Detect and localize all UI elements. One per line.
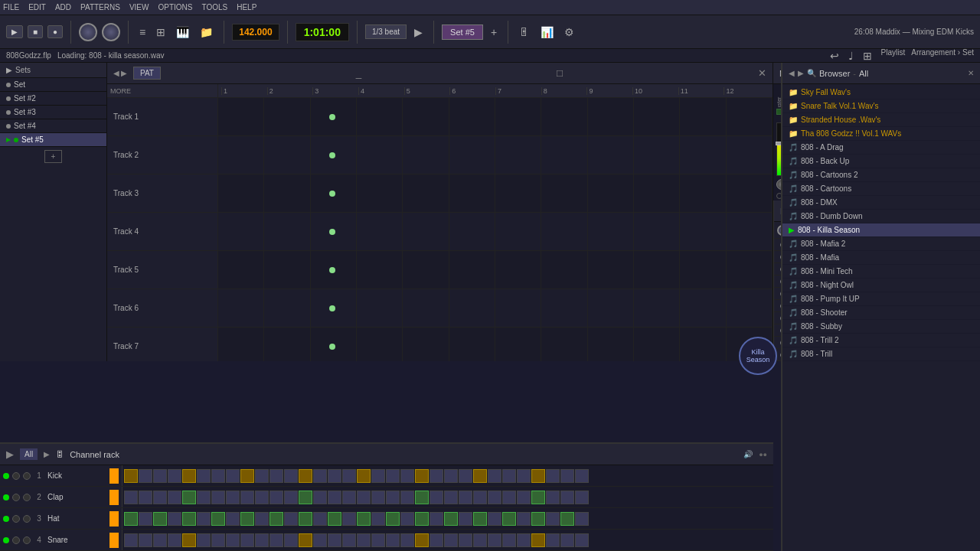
pad-kick-4[interactable] xyxy=(168,469,181,483)
channel-led-kick[interactable] xyxy=(3,473,9,479)
pad-clap-32[interactable] xyxy=(575,491,589,504)
pad-clap-16[interactable] xyxy=(342,491,356,504)
pad-kick-28[interactable] xyxy=(517,469,531,483)
browser-folder-4[interactable]: 📁 Tha 808 Godzz !! Vol.1 WAVs xyxy=(782,127,980,141)
pad-snare-13[interactable] xyxy=(299,533,312,547)
track-grid[interactable]: 1 2 3 4 5 6 7 8 9 10 11 12 xyxy=(218,84,773,361)
channel-vol-kick[interactable] xyxy=(109,468,119,484)
browser-nav-fwd-btn[interactable]: ▶ xyxy=(798,69,804,77)
pad-clap-4[interactable] xyxy=(168,491,181,504)
pad-hat-4[interactable] xyxy=(168,512,181,526)
beat-arrow-btn[interactable]: ▶ xyxy=(411,24,426,40)
pad-kick-16[interactable] xyxy=(342,469,356,483)
channel-solo-hat[interactable] xyxy=(23,515,31,523)
pad-snare-15[interactable] xyxy=(328,533,341,547)
channel-rack-vol-btn[interactable]: 🔊 xyxy=(743,450,753,458)
pad-kick-27[interactable] xyxy=(502,469,516,483)
pad-snare-20[interactable] xyxy=(400,533,414,547)
menu-help[interactable]: HELP xyxy=(237,3,256,11)
pad-clap-7[interactable] xyxy=(211,491,225,504)
track-row-3[interactable] xyxy=(218,174,773,213)
pad-hat-14[interactable] xyxy=(313,512,327,526)
pad-snare-11[interactable] xyxy=(270,533,283,547)
pad-clap-14[interactable] xyxy=(313,491,327,504)
pad-snare-2[interactable] xyxy=(139,533,152,547)
pad-clap-13[interactable] xyxy=(299,491,312,504)
menu-file[interactable]: FILE xyxy=(3,3,19,11)
browser-file-mafia[interactable]: 🎵 808 - Mafia xyxy=(782,251,980,265)
pad-hat-21[interactable] xyxy=(415,512,429,526)
browser-file-dumb-down[interactable]: 🎵 808 - Dumb Down xyxy=(782,210,980,223)
track-row-6[interactable] xyxy=(218,289,773,328)
play-button[interactable]: ▶ xyxy=(6,25,23,38)
browser-file-pump-it-up[interactable]: 🎵 808 - Pump It UP xyxy=(782,292,980,306)
pad-clap-20[interactable] xyxy=(400,491,414,504)
pad-kick-18[interactable] xyxy=(371,469,385,483)
browser-folder-3[interactable]: 📁 Stranded House .Wav's xyxy=(782,113,980,127)
pad-kick-13[interactable] xyxy=(299,469,312,483)
channel-solo-snare[interactable] xyxy=(23,536,31,544)
playlist-maximize-btn[interactable]: □ xyxy=(557,67,563,79)
add-set-btn[interactable]: + xyxy=(44,150,63,163)
gen-btn[interactable]: ⚙ xyxy=(561,24,577,40)
channel-solo-clap[interactable] xyxy=(23,494,31,501)
master-volume-knob[interactable] xyxy=(79,23,97,41)
pad-clap-11[interactable] xyxy=(270,491,283,504)
channel-name-clap[interactable]: Clap xyxy=(47,493,106,501)
piano-roll-btn[interactable]: 🎹 xyxy=(173,24,192,40)
pad-clap-15[interactable] xyxy=(328,491,341,504)
pad-kick-3[interactable] xyxy=(153,469,167,483)
pad-snare-23[interactable] xyxy=(444,533,458,547)
pad-kick-10[interactable] xyxy=(255,469,269,483)
pad-kick-6[interactable] xyxy=(197,469,211,483)
pad-kick-11[interactable] xyxy=(270,469,283,483)
set-item-1[interactable]: Set xyxy=(0,78,106,92)
pad-hat-5[interactable] xyxy=(182,512,196,526)
track-dot-6[interactable] xyxy=(329,305,335,311)
pad-clap-5[interactable] xyxy=(182,491,196,504)
channel-mute-snare[interactable] xyxy=(12,536,20,544)
pad-clap-1[interactable] xyxy=(124,491,138,504)
browser-nav-btn[interactable]: ◀ xyxy=(789,69,795,77)
pad-snare-9[interactable] xyxy=(240,533,254,547)
pad-snare-28[interactable] xyxy=(517,533,531,547)
menu-tools[interactable]: TOOLS xyxy=(201,3,227,11)
menu-options[interactable]: OPTIONS xyxy=(158,3,192,11)
pad-kick-29[interactable] xyxy=(531,469,545,483)
pad-kick-25[interactable] xyxy=(473,469,487,483)
playlist-minimize-btn[interactable]: _ xyxy=(356,67,361,79)
pad-hat-27[interactable] xyxy=(502,512,516,526)
pad-clap-28[interactable] xyxy=(517,491,531,504)
browser-file-trill-2[interactable]: 🎵 808 - Trill 2 xyxy=(782,334,980,347)
pad-hat-30[interactable] xyxy=(546,512,560,526)
channel-led-hat[interactable] xyxy=(3,516,9,522)
browser-folder-2[interactable]: 📁 Snare Talk Vol.1 Wav's xyxy=(782,99,980,113)
pad-kick-8[interactable] xyxy=(226,469,240,483)
channel-led-clap[interactable] xyxy=(3,494,9,500)
pad-hat-3[interactable] xyxy=(153,512,167,526)
browser-file-subby[interactable]: 🎵 808 - Subby xyxy=(782,320,980,334)
pad-hat-25[interactable] xyxy=(473,512,487,526)
nav-right-btn[interactable]: ▶ xyxy=(121,69,127,77)
track-label-7[interactable]: Track 7 xyxy=(107,328,217,361)
pad-snare-7[interactable] xyxy=(211,533,225,547)
pad-hat-32[interactable] xyxy=(575,512,589,526)
pad-hat-26[interactable] xyxy=(488,512,501,526)
channel-name-snare[interactable]: Snare xyxy=(47,536,106,544)
channel-name-hat[interactable]: Hat xyxy=(47,514,106,523)
pad-snare-12[interactable] xyxy=(284,533,298,547)
pad-hat-15[interactable] xyxy=(328,512,341,526)
pad-kick-32[interactable] xyxy=(575,469,589,483)
track-row-1[interactable] xyxy=(218,98,773,136)
pad-snare-31[interactable] xyxy=(560,533,574,547)
channel-vol-snare[interactable] xyxy=(109,533,119,548)
pad-kick-22[interactable] xyxy=(430,469,443,483)
track-dot-7[interactable] xyxy=(329,344,335,350)
track-dot-3[interactable] xyxy=(329,191,335,197)
pad-snare-21[interactable] xyxy=(415,533,429,547)
pad-clap-17[interactable] xyxy=(357,491,371,504)
track-label-5[interactable]: Track 5 xyxy=(107,251,217,289)
pad-hat-8[interactable] xyxy=(226,512,240,526)
channel-vol-hat[interactable] xyxy=(109,511,119,527)
set-item-5[interactable]: ▶ Set #5 xyxy=(0,133,106,147)
